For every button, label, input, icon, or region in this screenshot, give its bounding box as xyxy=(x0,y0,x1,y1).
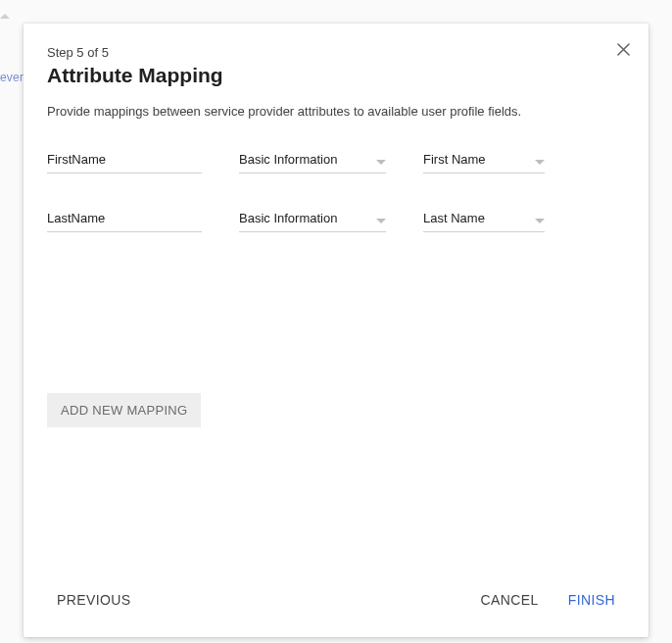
step-label: Step 5 of 5 xyxy=(47,45,625,60)
previous-button[interactable]: PREVIOUS xyxy=(47,584,141,616)
add-new-mapping-button[interactable]: ADD NEW MAPPING xyxy=(47,393,201,427)
mapping-row: Basic Information Last Name xyxy=(47,207,625,232)
category-select-value: Basic Information xyxy=(239,152,337,167)
chevron-down-icon xyxy=(376,219,386,223)
attribute-input[interactable] xyxy=(47,207,202,232)
profile-field-select[interactable]: Last Name xyxy=(423,207,545,232)
dialog-title: Attribute Mapping xyxy=(47,64,625,87)
dialog-header: Step 5 of 5 Attribute Mapping xyxy=(24,24,648,103)
chevron-down-icon xyxy=(376,160,386,165)
category-field: Basic Information xyxy=(239,207,386,232)
category-select[interactable]: Basic Information xyxy=(239,207,386,232)
category-select-value: Basic Information xyxy=(239,211,337,225)
background-fragment-text: ever xyxy=(0,71,24,84)
cancel-button[interactable]: CANCEL xyxy=(471,584,549,616)
close-button[interactable] xyxy=(613,39,633,59)
profile-field: Last Name xyxy=(423,207,545,232)
attribute-mapping-dialog: Step 5 of 5 Attribute Mapping Provide ma… xyxy=(24,24,648,637)
attribute-field xyxy=(47,148,202,173)
close-icon xyxy=(617,43,630,56)
profile-field: First Name xyxy=(423,148,545,173)
category-select[interactable]: Basic Information xyxy=(239,148,386,173)
chevron-down-icon xyxy=(535,219,545,223)
mapping-row: Basic Information First Name xyxy=(47,148,625,173)
attribute-field xyxy=(47,207,202,232)
category-field: Basic Information xyxy=(239,148,386,173)
collapse-handle-icon xyxy=(0,8,10,18)
dialog-footer: PREVIOUS CANCEL FINISH xyxy=(24,567,648,637)
profile-field-select[interactable]: First Name xyxy=(423,148,545,173)
page-backdrop: ever Step 5 of 5 Attribute Mapping Provi… xyxy=(0,0,672,643)
profile-field-select-value: First Name xyxy=(423,152,486,167)
finish-button[interactable]: FINISH xyxy=(558,584,625,616)
chevron-down-icon xyxy=(535,160,545,165)
dialog-description: Provide mappings between service provide… xyxy=(47,103,625,121)
attribute-input[interactable] xyxy=(47,148,202,173)
profile-field-select-value: Last Name xyxy=(423,211,485,225)
dialog-body: Provide mappings between service provide… xyxy=(24,103,648,567)
